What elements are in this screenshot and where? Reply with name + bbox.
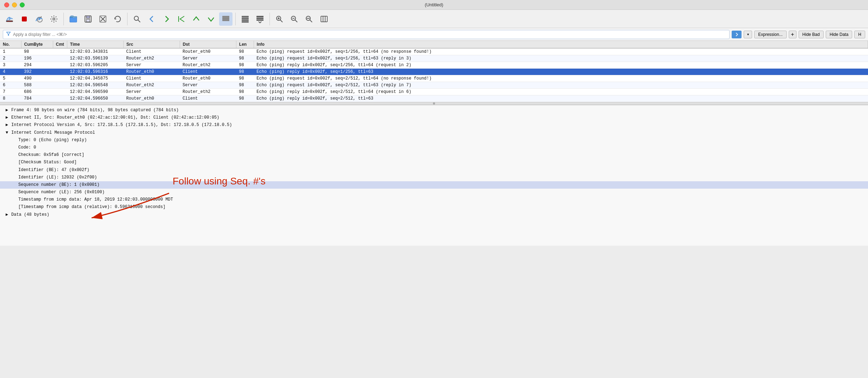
- close-file-button[interactable]: [96, 12, 110, 26]
- cell-no: 8: [0, 95, 21, 102]
- cell-src: Router_eth2: [123, 82, 180, 89]
- cell-no: 1: [0, 48, 21, 55]
- zoom-button[interactable]: [20, 2, 25, 7]
- cell-len: 98: [236, 75, 254, 82]
- detail-text: Timestamp from icmp data: Apr 18, 2019 1…: [18, 196, 862, 203]
- svg-rect-22: [257, 20, 263, 20]
- detail-row: Sequence number (BE): 1 (0x0001): [0, 181, 868, 189]
- go-last-button[interactable]: [219, 12, 232, 26]
- detail-text: [Timestamp from icmp data (relative): 0.…: [18, 204, 862, 210]
- go-prev-button[interactable]: [190, 12, 203, 26]
- table-row[interactable]: 549012:02:04.345875ClientRouter_eth098Ec…: [0, 75, 868, 82]
- save-button[interactable]: [81, 12, 95, 26]
- close-button[interactable]: [4, 2, 9, 7]
- table-row[interactable]: 219612:02:03.596139Router_eth2Server98Ec…: [0, 55, 868, 62]
- zoom-out-button[interactable]: [302, 12, 316, 26]
- hide-h-button[interactable]: H: [854, 31, 865, 38]
- cell-info: Echo (ping) request id=0x002f, seq=2/512…: [254, 75, 868, 82]
- svg-rect-13: [223, 16, 229, 17]
- table-row[interactable]: 768612:02:04.596590ServerRouter_eth298Ec…: [0, 89, 868, 95]
- cell-dst: Router_eth0: [180, 48, 236, 55]
- filter-apply-button[interactable]: [732, 31, 742, 38]
- go-first-button[interactable]: [175, 12, 188, 26]
- cell-time: 12:02:04.596548: [67, 82, 123, 89]
- detail-row[interactable]: ▶Data (48 bytes): [0, 211, 868, 219]
- cell-info: Echo (ping) reply id=0x002f, seq=2/512, …: [254, 89, 868, 95]
- detail-row[interactable]: ▶Internet Protocol Version 4, Src: 172.1…: [0, 121, 868, 129]
- col-cumbyte[interactable]: CumByte: [21, 41, 53, 48]
- expand-arrow: ▶: [6, 212, 11, 218]
- cell-len: 98: [236, 95, 254, 102]
- add-filter-button[interactable]: +: [789, 31, 796, 38]
- col-time[interactable]: Time: [67, 41, 123, 48]
- col-cmt[interactable]: Cmt: [53, 41, 67, 48]
- table-row[interactable]: 19812:02:03.343831ClientRouter_eth098Ech…: [0, 48, 868, 55]
- zoom-normal-button[interactable]: [287, 12, 301, 26]
- svg-rect-19: [242, 21, 248, 23]
- col-no[interactable]: No.: [0, 41, 21, 48]
- filter-dropdown-button[interactable]: ▾: [744, 31, 752, 38]
- cell-dst: Router_eth2: [180, 89, 236, 95]
- cell-len: 98: [236, 55, 254, 62]
- col-len[interactable]: Len: [236, 41, 254, 48]
- detail-row: Type: 0 (Echo (ping) reply): [0, 137, 868, 144]
- cell-time: 12:02:03.343831: [67, 48, 123, 55]
- expression-button[interactable]: Expression...: [754, 31, 786, 38]
- detail-row[interactable]: ▼Internet Control Message Protocol: [0, 129, 868, 137]
- svg-rect-17: [242, 18, 248, 19]
- cell-len: 98: [236, 69, 254, 75]
- find-button[interactable]: [130, 12, 144, 26]
- restart-capture-button[interactable]: [32, 12, 46, 26]
- autoscroll-button[interactable]: [253, 12, 267, 26]
- detail-text: Frame 4: 98 bytes on wire (784 bits), 98…: [11, 107, 862, 114]
- detail-text: Checksum: 0x5fa6 [correct]: [18, 152, 862, 158]
- col-src[interactable]: Src: [123, 41, 180, 48]
- minimize-button[interactable]: [12, 2, 17, 7]
- detail-row: Timestamp from icmp data: Apr 18, 2019 1…: [0, 196, 868, 203]
- cell-info: Echo (ping) reply id=0x002f, seq=2/512, …: [254, 95, 868, 102]
- scroll-dot: [433, 102, 435, 105]
- start-capture-button[interactable]: [3, 12, 16, 26]
- table-row[interactable]: 658812:02:04.596548Router_eth2Server98Ec…: [0, 82, 868, 89]
- go-forward-button[interactable]: [160, 12, 173, 26]
- table-header: No. CumByte Cmt Time Src Dst Len Info: [0, 41, 868, 48]
- stop-capture-button[interactable]: [18, 12, 31, 26]
- cell-cumbyte: 686: [21, 89, 53, 95]
- col-dst[interactable]: Dst: [180, 41, 236, 48]
- col-info[interactable]: Info: [254, 41, 868, 48]
- detail-row: Identifier (LE): 12032 (0x2f00): [0, 174, 868, 181]
- cell-no: 4: [0, 69, 21, 75]
- hide-data-button[interactable]: Hide Data: [826, 31, 852, 38]
- go-back-button[interactable]: [145, 12, 159, 26]
- capture-options-button[interactable]: [47, 12, 61, 26]
- table-row[interactable]: 329412:02:03.596205ServerRouter_eth298Ec…: [0, 62, 868, 69]
- resize-columns-button[interactable]: [317, 12, 330, 26]
- detail-text: Data (48 bytes): [11, 212, 862, 218]
- reload-button[interactable]: [111, 12, 124, 26]
- detail-row: Sequence number (LE): 256 (0x0100): [0, 189, 868, 196]
- cell-cumbyte: 196: [21, 55, 53, 62]
- detail-text: Type: 0 (Echo (ping) reply): [18, 137, 862, 144]
- table-row[interactable]: 878412:02:04.596650Router_eth0Client98Ec…: [0, 95, 868, 102]
- cell-cmt: [53, 62, 67, 69]
- cell-src: Router_eth0: [123, 69, 180, 75]
- svg-line-24: [280, 20, 283, 22]
- detail-row[interactable]: ▶Frame 4: 98 bytes on wire (784 bits), 9…: [0, 107, 868, 114]
- detail-row[interactable]: ▶Ethernet II, Src: Router_eth0 (02:42:ac…: [0, 114, 868, 121]
- detail-text: Identifier (LE): 12032 (0x2f00): [18, 174, 862, 181]
- go-next-button[interactable]: [204, 12, 218, 26]
- hide-bad-button[interactable]: Hide Bad: [799, 31, 824, 38]
- filter-icon: [6, 31, 11, 37]
- filter-input[interactable]: [13, 32, 726, 37]
- cell-len: 98: [236, 82, 254, 89]
- cell-cmt: [53, 55, 67, 62]
- open-button[interactable]: [67, 12, 80, 26]
- svg-rect-20: [257, 16, 263, 17]
- cell-cumbyte: 784: [21, 95, 53, 102]
- colorize-button[interactable]: [238, 12, 252, 26]
- table-row[interactable]: 439212:02:03.596316Router_eth0Client98Ec…: [0, 69, 868, 75]
- zoom-in-button[interactable]: [273, 12, 286, 26]
- cell-dst: Router_eth2: [180, 62, 236, 69]
- cell-cumbyte: 98: [21, 48, 53, 55]
- detail-row: Identifier (BE): 47 (0x002f): [0, 166, 868, 174]
